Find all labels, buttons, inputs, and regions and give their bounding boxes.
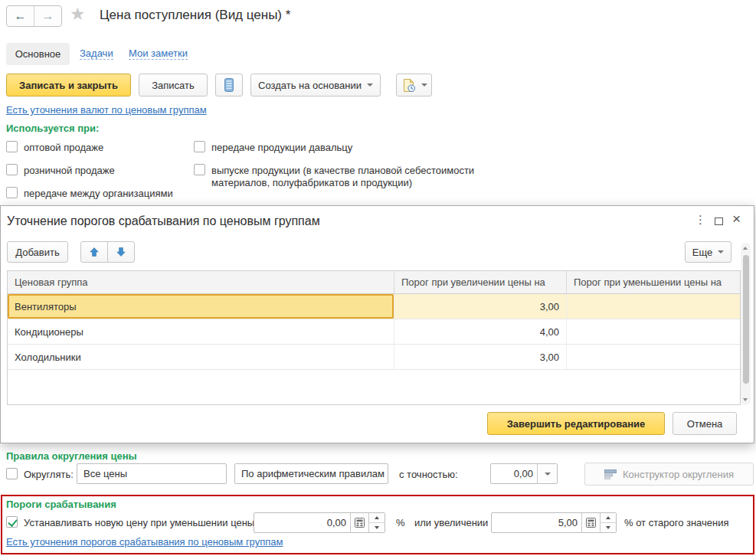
cell-price-group[interactable]: Холодильники	[8, 345, 394, 369]
close-icon[interactable]: ×	[732, 211, 741, 227]
spinner	[368, 513, 385, 532]
maximize-icon[interactable]	[715, 217, 723, 225]
precision-control: 0,00	[490, 463, 558, 484]
back-arrow-icon: ←	[15, 9, 27, 23]
constructor-label: Конструктор округления	[623, 469, 734, 480]
cell-increase-threshold[interactable]: 3,00	[394, 345, 567, 369]
cancel-button[interactable]: Отмена	[673, 412, 737, 435]
tab-tasks[interactable]: Задачи	[80, 47, 113, 60]
checkbox-round-label: Округлять:	[24, 469, 74, 480]
table-row[interactable]: Кондиционеры 4,00	[8, 319, 740, 345]
column-header-price-group[interactable]: Ценовая группа	[8, 271, 394, 293]
more-actions-button[interactable]: Еще	[685, 241, 731, 263]
cell-decrease-threshold[interactable]	[567, 345, 740, 369]
create-based-on-button[interactable]: Создать на основании	[250, 74, 381, 96]
thresholds-section-highlight: Пороги срабатывания Устанавливать новую …	[1, 495, 754, 554]
history-nav: ← →	[6, 5, 62, 27]
more-actions-label: Еще	[692, 247, 712, 258]
spinner	[600, 513, 616, 532]
table-header-row: Ценовая группа Порог при увеличении цены…	[8, 271, 740, 294]
tab-main[interactable]: Основное	[6, 43, 70, 65]
forward-button[interactable]: →	[34, 6, 61, 26]
cell-increase-threshold[interactable]: 4,00	[394, 319, 567, 344]
show-register-records-button[interactable]	[215, 74, 243, 96]
scrollbar-thumb[interactable]	[743, 255, 749, 384]
move-down-button[interactable]	[107, 241, 135, 263]
checkbox-retail[interactable]	[6, 164, 18, 175]
forward-arrow-icon: →	[42, 9, 54, 23]
price-groups-table: Ценовая группа Порог при увеличении цены…	[7, 270, 741, 405]
tab-my-notes[interactable]: Мои заметки	[129, 47, 188, 60]
app-window: ← → ★ Цена поступления (Вид цены) * Осно…	[0, 0, 756, 556]
dialog-more-menu-icon[interactable]: ⋮	[695, 213, 706, 227]
cell-decrease-threshold[interactable]	[567, 319, 740, 344]
column-header-decrease-threshold[interactable]: Порог при уменьшении цены на	[567, 271, 740, 293]
increase-threshold-control: 5,00	[491, 512, 617, 533]
checkbox-round[interactable]	[6, 468, 18, 479]
checkbox-tolling-label: передаче продукции давальцу	[211, 142, 352, 153]
precision-dropdown-button[interactable]	[537, 464, 557, 483]
chevron-down-icon	[421, 83, 427, 87]
reminder-menu-button[interactable]	[396, 74, 432, 96]
spin-up-button[interactable]	[369, 513, 385, 523]
chevron-down-icon	[367, 83, 373, 87]
save-button[interactable]: Записать	[139, 74, 208, 96]
create-based-on-label: Создать на основании	[258, 80, 362, 91]
rounding-section-header: Правила округления цены	[6, 450, 137, 462]
currency-clarification-link[interactable]: Есть уточнения валют по ценовым группам	[6, 104, 207, 116]
page-title: Цена поступления (Вид цены) *	[100, 8, 290, 23]
checkbox-retail-label: розничной продаже	[24, 165, 115, 176]
back-button[interactable]: ←	[7, 6, 34, 26]
percent-sign: %	[396, 517, 405, 528]
spin-down-button[interactable]	[601, 523, 616, 532]
document-clock-icon	[401, 78, 416, 93]
decrease-threshold-input[interactable]: 0,00	[254, 513, 350, 532]
rounding-constructor-button[interactable]: Конструктор округления	[584, 463, 754, 486]
checkbox-intercompany-label: передаче между организациями	[24, 188, 173, 199]
calculator-icon	[355, 518, 365, 528]
decrease-threshold-label: Устанавливать новую цену при уменьшении …	[24, 517, 271, 528]
calculator-icon	[586, 518, 596, 528]
save-and-close-button[interactable]: Записать и закрыть	[6, 74, 131, 96]
register-stack-icon	[222, 77, 236, 93]
table-row[interactable]: Вентиляторы 3,00	[8, 294, 740, 319]
rounding-scope-field[interactable]: Все цены	[77, 463, 227, 484]
cell-increase-threshold[interactable]: 3,00	[394, 294, 567, 319]
checkbox-tolling[interactable]	[194, 141, 205, 152]
favorite-star-icon[interactable]: ★	[70, 4, 86, 25]
scroll-up-icon[interactable]	[743, 247, 748, 250]
calculator-button[interactable]	[581, 513, 600, 532]
increase-threshold-input[interactable]: 5,00	[492, 513, 581, 532]
move-up-button[interactable]	[80, 241, 108, 263]
scroll-down-icon[interactable]	[743, 398, 748, 401]
checkbox-set-new-price[interactable]	[6, 516, 18, 528]
dialog-title: Уточнение порогов срабатывания по ценовы…	[7, 214, 320, 228]
old-value-suffix-label: % от старого значения	[624, 517, 729, 528]
usage-section-header: Используется при:	[6, 123, 99, 134]
rounding-rule-field[interactable]: По арифметическим правилам	[234, 463, 388, 484]
precision-input[interactable]: 0,00	[491, 464, 537, 483]
checkbox-production-output-label: выпуске продукции (в качестве плановой с…	[211, 165, 518, 189]
decrease-threshold-control: 0,00	[254, 512, 385, 533]
spin-down-button[interactable]	[369, 523, 385, 532]
threshold-clarification-link[interactable]: Есть уточнения порогов срабатывания по ц…	[6, 536, 283, 548]
add-row-button[interactable]: Добавить	[7, 241, 68, 263]
price-group-thresholds-dialog: Уточнение порогов срабатывания по ценовы…	[0, 205, 754, 443]
chevron-down-icon	[718, 250, 724, 253]
arrow-up-icon	[89, 247, 100, 257]
table-row[interactable]: Холодильники 3,00	[8, 345, 740, 370]
precision-label: с точностью:	[399, 469, 458, 480]
cell-price-group[interactable]: Вентиляторы	[8, 294, 394, 319]
calculator-button[interactable]	[350, 513, 368, 532]
checkbox-wholesale-label: оптовой продаже	[24, 142, 103, 153]
checkbox-production-output[interactable]	[194, 164, 205, 175]
checkbox-wholesale[interactable]	[6, 141, 18, 152]
constructor-icon	[604, 469, 617, 479]
checkbox-intercompany[interactable]	[6, 187, 18, 198]
cell-decrease-threshold[interactable]	[567, 294, 740, 319]
finish-editing-button[interactable]: Завершить редактирование	[487, 412, 665, 435]
table-scrollbar[interactable]	[741, 243, 751, 405]
spin-up-button[interactable]	[601, 513, 616, 523]
column-header-increase-threshold[interactable]: Порог при увеличении цены на	[394, 271, 567, 293]
cell-price-group[interactable]: Кондиционеры	[8, 319, 394, 344]
